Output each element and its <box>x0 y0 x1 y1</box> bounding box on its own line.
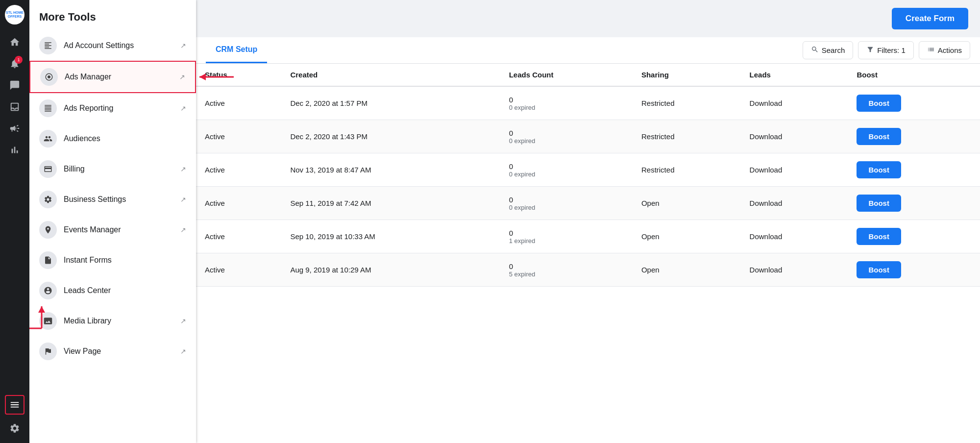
sidebar-item-leads-center[interactable]: Leads Center <box>29 275 196 306</box>
ads-manager-ext-icon: ↗ <box>179 73 185 81</box>
sidebar-item-billing[interactable]: Billing ↗ <box>29 154 196 184</box>
business-settings-ext-icon: ↗ <box>180 196 186 203</box>
nav-notifications[interactable]: 1 <box>5 54 24 74</box>
cell-leads-count: 0 1 expired <box>500 220 633 253</box>
cell-boost[interactable]: Boost <box>848 187 980 220</box>
table-row: Active Dec 2, 2020 at 1:43 PM 0 0 expire… <box>196 120 980 153</box>
cell-created: Nov 13, 2019 at 8:47 AM <box>281 153 500 187</box>
filters-label: Filters: 1 <box>877 46 906 54</box>
events-manager-ext-icon: ↗ <box>180 226 186 234</box>
view-page-ext-icon: ↗ <box>180 347 186 355</box>
download-button[interactable]: Download <box>750 232 783 241</box>
col-leads: Leads <box>741 64 848 86</box>
download-button[interactable]: Download <box>750 132 783 141</box>
sidebar-item-instant-forms[interactable]: Instant Forms <box>29 245 196 275</box>
top-bar: Create Form <box>196 0 980 37</box>
download-button[interactable]: Download <box>750 99 783 107</box>
sidebar-item-ads-reporting[interactable]: Ads Reporting ↗ <box>29 93 196 123</box>
cell-boost[interactable]: Boost <box>848 220 980 253</box>
actions-icon <box>927 46 935 55</box>
nav-messages[interactable] <box>5 75 24 95</box>
table-row: Active Nov 13, 2019 at 8:47 AM 0 0 expir… <box>196 153 980 187</box>
filters-button[interactable]: Filters: 1 <box>858 41 914 59</box>
cell-sharing: Open <box>633 253 741 287</box>
billing-ext-icon: ↗ <box>180 165 186 173</box>
filters-icon <box>866 46 874 55</box>
sidebar-item-label-view-page: View Page <box>64 347 180 356</box>
cell-sharing: Open <box>633 220 741 253</box>
sidebar-item-label-instant-forms: Instant Forms <box>64 256 186 265</box>
nav-menu[interactable] <box>5 395 24 415</box>
media-library-ext-icon: ↗ <box>180 317 186 325</box>
nav-home[interactable] <box>5 32 24 52</box>
actions-button[interactable]: Actions <box>919 41 970 59</box>
sidebar-title: More Tools <box>29 0 196 30</box>
cell-leads[interactable]: Download <box>741 86 848 120</box>
ads-manager-icon <box>40 68 58 86</box>
cell-leads-count: 0 0 expired <box>500 120 633 153</box>
audiences-icon <box>39 130 57 148</box>
cell-leads-count: 0 5 expired <box>500 253 633 287</box>
media-library-icon <box>39 312 57 330</box>
download-button[interactable]: Download <box>750 199 783 207</box>
sidebar-item-audiences[interactable]: Audiences <box>29 123 196 154</box>
cell-leads[interactable]: Download <box>741 153 848 187</box>
cell-boost[interactable]: Boost <box>848 253 980 287</box>
cell-created: Sep 10, 2019 at 10:33 AM <box>281 220 500 253</box>
svg-point-1 <box>48 75 50 78</box>
download-button[interactable]: Download <box>750 166 783 174</box>
icon-nav: STL HOMEOFFERS 1 <box>0 0 29 443</box>
cell-leads-count: 0 0 expired <box>500 153 633 187</box>
cell-boost[interactable]: Boost <box>848 153 980 187</box>
sidebar-item-ad-account-settings[interactable]: Ad Account Settings ↗ <box>29 30 196 61</box>
cell-boost[interactable]: Boost <box>848 120 980 153</box>
search-button[interactable]: Search <box>803 41 854 59</box>
tab-crm-setup[interactable]: CRM Setup <box>206 37 267 63</box>
cell-sharing: Restricted <box>633 120 741 153</box>
sidebar-item-events-manager[interactable]: Events Manager ↗ <box>29 215 196 245</box>
cell-status: Active <box>196 187 281 220</box>
sidebar-item-label-billing: Billing <box>64 165 180 173</box>
boost-button[interactable]: Boost <box>857 95 901 112</box>
sidebar-item-media-library[interactable]: Media Library ↗ <box>29 306 196 336</box>
col-created: Created <box>281 64 500 86</box>
sidebar-item-label-leads-center: Leads Center <box>64 286 186 295</box>
cell-leads[interactable]: Download <box>741 220 848 253</box>
logo[interactable]: STL HOMEOFFERS <box>5 5 24 25</box>
nav-settings[interactable] <box>5 418 24 438</box>
boost-button[interactable]: Boost <box>857 128 901 145</box>
business-settings-icon <box>39 191 57 208</box>
boost-button[interactable]: Boost <box>857 161 901 178</box>
sidebar-item-business-settings[interactable]: Business Settings ↗ <box>29 184 196 215</box>
search-icon <box>811 46 819 55</box>
sidebar-item-view-page[interactable]: View Page ↗ <box>29 336 196 367</box>
table-header-row: Status Created Leads Count Sharing Leads… <box>196 64 980 86</box>
cell-leads[interactable]: Download <box>741 187 848 220</box>
events-manager-icon <box>39 221 57 239</box>
nav-chart[interactable] <box>5 140 24 160</box>
ads-reporting-icon <box>39 99 57 117</box>
boost-button[interactable]: Boost <box>857 195 901 212</box>
nav-inbox[interactable] <box>5 97 24 117</box>
ad-account-settings-ext-icon: ↗ <box>180 42 186 49</box>
cell-status: Active <box>196 86 281 120</box>
leads-table: Status Created Leads Count Sharing Leads… <box>196 64 980 287</box>
cell-leads[interactable]: Download <box>741 253 848 287</box>
sidebar-item-ads-manager[interactable]: Ads Manager ↗ <box>29 61 196 93</box>
sidebar-item-label-audiences: Audiences <box>64 134 186 143</box>
cell-leads-count: 0 0 expired <box>500 86 633 120</box>
nav-megaphone[interactable] <box>5 119 24 138</box>
boost-button[interactable]: Boost <box>857 261 901 278</box>
ads-reporting-ext-icon: ↗ <box>180 104 186 112</box>
sidebar-item-label-ad-account-settings: Ad Account Settings <box>64 41 180 50</box>
boost-button[interactable]: Boost <box>857 228 901 245</box>
download-button[interactable]: Download <box>750 266 783 274</box>
cell-boost[interactable]: Boost <box>848 86 980 120</box>
cell-created: Sep 11, 2019 at 7:42 AM <box>281 187 500 220</box>
view-page-icon <box>39 343 57 360</box>
billing-icon <box>39 160 57 178</box>
table-row: Active Aug 9, 2019 at 10:29 AM 0 5 expir… <box>196 253 980 287</box>
sidebar-item-label-media-library: Media Library <box>64 317 180 325</box>
create-form-button[interactable]: Create Form <box>892 8 968 29</box>
cell-leads[interactable]: Download <box>741 120 848 153</box>
